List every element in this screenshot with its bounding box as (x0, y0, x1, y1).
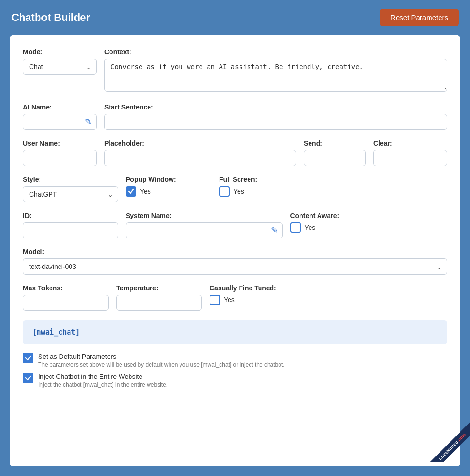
model-row: Model: text-davinci-003 gpt-3.5-turbo gp… (23, 248, 447, 275)
inject-description: Inject the chatbot [mwai_chat] in the en… (38, 381, 168, 388)
shortcode-text: [mwai_chat] (32, 328, 80, 337)
finetuned-label: Casually Fine Tuned: (210, 284, 447, 292)
ainame-label: AI Name: (23, 103, 97, 111)
finetuned-checkbox-row: Yes (210, 295, 447, 305)
app-header: Chatbot Builder Reset Parameters (0, 0, 470, 35)
mode-context-row: Mode: Chat Complete Edit ⌄ Context: Conv… (23, 48, 447, 94)
finetuned-field: Casually Fine Tuned: Yes (210, 284, 447, 305)
send-label: Send: (304, 139, 366, 147)
set-default-description: The parameters set above will be used by… (38, 361, 285, 368)
checkmark-icon (128, 188, 134, 195)
fullscreen-label: Full Screen: (219, 176, 447, 183)
send-field: Send: Send (304, 139, 366, 166)
context-field: Context: Converse as if you were an AI a… (104, 48, 447, 94)
id-label: ID: (23, 212, 118, 219)
fullscreen-yes-label: Yes (233, 188, 244, 195)
username-label: User Name: (23, 139, 97, 147)
context-label: Context: (104, 48, 447, 56)
mode-label: Mode: (23, 48, 97, 56)
inject-text: Inject Chatbot in the Entire Website Inj… (38, 373, 168, 388)
maxtokens-field: Max Tokens: 1024 (23, 284, 109, 311)
id-systemname-contentaware-row: ID: System Name: System: ✎ Content Aware… (23, 212, 447, 238)
finetuned-yes-label: Yes (224, 296, 235, 304)
model-field: Model: text-davinci-003 gpt-3.5-turbo gp… (23, 248, 447, 275)
model-select[interactable]: text-davinci-003 gpt-3.5-turbo gpt-4 (23, 258, 447, 275)
systemname-input[interactable]: System: (126, 222, 283, 238)
clear-input[interactable]: Clear (373, 150, 447, 166)
placeholder-input[interactable]: Type your message... (104, 150, 296, 166)
shortcode-box: [mwai_chat] (23, 320, 447, 344)
clear-label: Clear: (373, 139, 447, 147)
placeholder-label: Placeholder: (104, 139, 296, 147)
placeholder-field: Placeholder: Type your message... (104, 139, 296, 166)
systemname-label: System Name: (126, 212, 283, 219)
temperature-label: Temperature: (116, 284, 202, 292)
fullscreen-field: Full Screen: Yes (219, 176, 447, 197)
mode-select-wrapper[interactable]: Chat Complete Edit ⌄ (23, 59, 97, 75)
send-input[interactable]: Send (304, 150, 366, 166)
inject-checkbox[interactable] (23, 373, 33, 383)
username-input[interactable]: User: (23, 150, 97, 166)
reset-parameters-button[interactable]: Reset Parameters (380, 9, 459, 26)
fullscreen-checkbox-row: Yes (219, 186, 447, 197)
mode-select[interactable]: Chat Complete Edit (23, 59, 97, 75)
username-placeholder-send-clear-row: User Name: User: Placeholder: Type your … (23, 139, 447, 166)
popup-yes-label: Yes (140, 188, 151, 195)
startsentence-field: Start Sentence: Hi! How can I help you? (104, 103, 447, 130)
contentaware-yes-label: Yes (305, 224, 316, 231)
popup-label: Popup Window: (126, 176, 211, 183)
set-default-text: Set as Default Parameters The parameters… (38, 353, 285, 368)
fullscreen-checkbox[interactable] (219, 186, 230, 197)
temperature-field: Temperature: 0.8 (116, 284, 202, 311)
contentaware-checkbox[interactable] (290, 222, 301, 233)
maxtokens-input[interactable]: 1024 (23, 295, 109, 311)
model-label: Model: (23, 248, 447, 256)
set-default-title: Set as Default Parameters (38, 353, 285, 360)
id-field: ID: (23, 212, 118, 238)
style-label: Style: (23, 176, 118, 183)
temperature-input[interactable]: 0.8 (116, 295, 202, 311)
model-select-wrapper[interactable]: text-davinci-003 gpt-3.5-turbo gpt-4 ⌄ (23, 258, 447, 275)
startsentence-input[interactable]: Hi! How can I help you? (104, 114, 447, 130)
tokens-temperature-finetuned-row: Max Tokens: 1024 Temperature: 0.8 Casual… (23, 284, 447, 311)
systemname-field: System Name: System: ✎ (126, 212, 283, 238)
inject-row: Inject Chatbot in the Entire Website Inj… (23, 373, 447, 388)
maxtokens-label: Max Tokens: (23, 284, 109, 292)
ainame-input[interactable]: AI: (23, 114, 97, 130)
checkmark-icon-default (25, 355, 31, 361)
startsentence-label: Start Sentence: (104, 103, 447, 111)
mode-field: Mode: Chat Complete Edit ⌄ (23, 48, 97, 75)
set-default-checkbox[interactable] (23, 353, 33, 363)
default-params-section: Set as Default Parameters The parameters… (23, 353, 447, 388)
systemname-input-wrapper: System: ✎ (126, 222, 283, 238)
set-default-row: Set as Default Parameters The parameters… (23, 353, 447, 368)
username-field: User Name: User: (23, 139, 97, 166)
main-card: Mode: Chat Complete Edit ⌄ Context: Conv… (10, 35, 460, 466)
style-field: Style: ChatGPT Classic Bubble ⌄ (23, 176, 118, 202)
clear-field: Clear: Clear (373, 139, 447, 166)
checkmark-icon-inject (25, 375, 31, 381)
inject-title: Inject Chatbot in the Entire Website (38, 373, 168, 380)
id-input[interactable] (23, 222, 118, 238)
ainame-startsentence-row: AI Name: AI: ✎ Start Sentence: Hi! How c… (23, 103, 447, 130)
context-textarea[interactable]: Converse as if you were an AI assistant.… (104, 59, 447, 92)
popup-field: Popup Window: Yes (126, 176, 211, 197)
contentaware-label: Content Aware: (290, 212, 448, 219)
contentaware-field: Content Aware: Yes (290, 212, 448, 233)
style-popup-fullscreen-row: Style: ChatGPT Classic Bubble ⌄ Popup Wi… (23, 176, 447, 202)
style-select[interactable]: ChatGPT Classic Bubble (23, 186, 118, 202)
popup-checkbox[interactable] (126, 186, 136, 197)
style-select-wrapper[interactable]: ChatGPT Classic Bubble ⌄ (23, 186, 118, 202)
popup-checkbox-row: Yes (126, 186, 211, 197)
ainame-input-wrapper: AI: ✎ (23, 114, 97, 130)
contentaware-checkbox-row: Yes (290, 222, 448, 233)
ainame-field: AI Name: AI: ✎ (23, 103, 97, 130)
app-title: Chatbot Builder (11, 11, 90, 24)
finetuned-checkbox[interactable] (210, 295, 220, 305)
